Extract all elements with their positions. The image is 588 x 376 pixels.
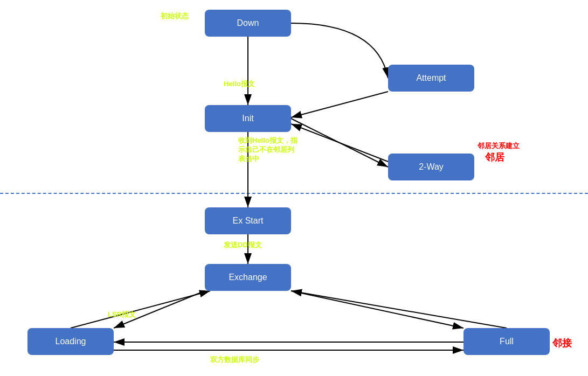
svg-line-12 <box>71 291 210 328</box>
svg-line-3 <box>291 92 388 117</box>
label-receive-hello: 收到Hello报文，指 示自己不在邻居列 表当中 <box>238 136 298 164</box>
arrows-svg <box>0 0 588 376</box>
node-2way: 2-Way <box>388 154 474 180</box>
node-exchange: Exchange <box>205 264 291 291</box>
node-exstart: Ex Start <box>205 207 291 234</box>
dashed-separator <box>0 193 588 194</box>
label-lsr-pkt: LSR报文 <box>108 310 136 319</box>
label-send-dd: 发送DD报文 <box>224 241 262 250</box>
label-adjacency: 邻接 <box>552 337 572 350</box>
node-full: Full <box>464 328 550 355</box>
svg-line-9 <box>291 291 464 328</box>
label-hello-pkt: Hello报文 <box>224 80 255 89</box>
label-db-sync: 双方数据库同步 <box>210 356 259 365</box>
node-down: Down <box>205 10 291 37</box>
node-loading: Loading <box>27 328 114 355</box>
svg-line-8 <box>114 291 205 328</box>
label-neighbor-relation: 邻居关系建立 <box>478 141 520 151</box>
label-initial-state: 初始状态 <box>161 12 189 21</box>
svg-line-13 <box>291 291 507 328</box>
node-attempt: Attempt <box>388 65 474 92</box>
label-neighbor: 邻居 <box>485 151 504 164</box>
node-init: Init <box>205 105 291 132</box>
svg-line-5 <box>291 124 388 162</box>
diagram-container: Down Attempt Init 2-Way Ex Start Exchang… <box>0 0 588 376</box>
svg-line-4 <box>291 119 388 167</box>
